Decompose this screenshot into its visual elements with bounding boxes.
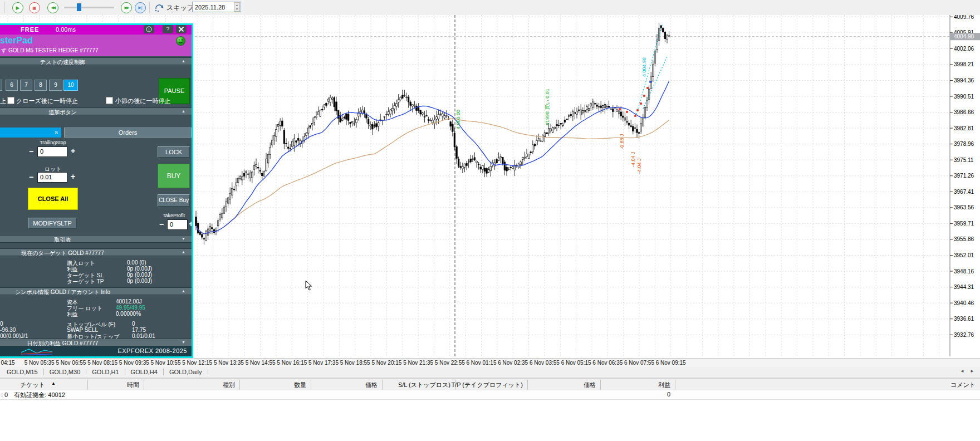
rewind-button[interactable]: ◀◀ bbox=[47, 2, 58, 13]
time-axis-label: 5 Nov 12:15 bbox=[182, 360, 212, 366]
time-axis-label: 5 Nov 20:15 bbox=[371, 360, 401, 366]
speed-button-7[interactable]: 7 bbox=[20, 80, 32, 91]
skip-to-end-button[interactable]: ▶| bbox=[135, 2, 146, 13]
section-header-speed[interactable]: テストの速度制御▲ bbox=[0, 57, 192, 65]
skip-to-end-icon: ▶| bbox=[138, 6, 142, 10]
info-value: 0.00 (0) bbox=[127, 259, 146, 266]
date-spinner[interactable]: ▲▼ bbox=[234, 2, 240, 12]
speed-button-6[interactable]: 6 bbox=[6, 80, 18, 91]
info-value: 0p (0.00J) bbox=[127, 278, 152, 284]
lot-input[interactable]: 0.01 bbox=[37, 172, 67, 183]
time-axis-label: 6 Nov 03:55 bbox=[530, 360, 560, 366]
stop-button[interactable]: ▣ bbox=[29, 2, 40, 13]
chart-tab-goldm30[interactable]: GOLD,M30 bbox=[44, 369, 87, 375]
section-title: 追加ボタン bbox=[0, 109, 125, 116]
modify-sltp-button[interactable]: MODIFYSLTP bbox=[28, 218, 77, 229]
play-button[interactable]: ▶ bbox=[12, 2, 23, 13]
toolbar-divider bbox=[149, 2, 150, 13]
speed-slider-thumb[interactable] bbox=[77, 3, 81, 11]
svg-text:i: i bbox=[149, 27, 150, 31]
speed-button-9[interactable]: 9 bbox=[49, 80, 62, 91]
time-axis-label: 5 Nov 05:35 bbox=[24, 360, 55, 366]
time-axis[interactable]: 04:155 Nov 05:355 Nov 06:555 Nov 08:155 … bbox=[0, 358, 980, 367]
tab-positions[interactable]: s bbox=[0, 128, 61, 138]
pause-after-bar-checkbox[interactable] bbox=[106, 97, 113, 104]
section-header-trade-table[interactable]: 取引表▼ bbox=[0, 235, 192, 243]
time-axis-label: 5 Nov 18:55 bbox=[340, 360, 370, 366]
brand-name: sterPad bbox=[0, 36, 33, 46]
mouse-cursor bbox=[305, 280, 313, 293]
speed-button-8[interactable]: 8 bbox=[35, 80, 47, 91]
lot-minus-button[interactable]: − bbox=[29, 173, 33, 182]
column-header[interactable]: コメント bbox=[0, 381, 976, 389]
trailing-minus-button[interactable]: − bbox=[29, 147, 33, 156]
time-axis-label: 6 Nov 05:15 bbox=[561, 360, 591, 366]
info-value: 0 bbox=[132, 321, 135, 327]
time-axis-label: 04:15 bbox=[1, 360, 14, 366]
svg-text:3978.96: 3978.96 bbox=[954, 141, 974, 147]
speed-button-10-active[interactable]: 10 bbox=[63, 80, 78, 91]
info-icon: i bbox=[146, 26, 152, 32]
smiley-icon[interactable] bbox=[176, 36, 185, 46]
spin-up-icon: ▲ bbox=[236, 3, 238, 7]
info-value: 40012.00J bbox=[116, 298, 142, 305]
help-button[interactable]: ? bbox=[163, 25, 173, 33]
close-buy-button[interactable]: CLOSE Buy bbox=[158, 194, 190, 207]
info-button[interactable]: i bbox=[144, 25, 154, 33]
speed-button-cut[interactable] bbox=[0, 80, 2, 91]
help-icon: ? bbox=[166, 26, 170, 32]
section-header-extra-buttons[interactable]: 追加ボタン▲ bbox=[0, 107, 192, 115]
section-header-symbol-info[interactable]: シンボル情報 GOLD / アカウント Info▲ bbox=[0, 287, 192, 295]
skip-label: スキップ bbox=[166, 3, 194, 13]
pause-after-close-label: クローズ後に一時停止 bbox=[16, 97, 78, 105]
toolbar-divider bbox=[4, 2, 5, 13]
fast-forward-button[interactable]: ▶▶ bbox=[121, 2, 132, 13]
panel-license-bar: FREE 0.00ms i ? bbox=[0, 25, 192, 35]
footer-brand: EXPFOREX 2008-2025 bbox=[117, 347, 187, 354]
section-title: テストの速度制御 bbox=[0, 58, 125, 66]
chart-tab-golddaily[interactable]: GOLD,Daily bbox=[164, 369, 208, 375]
section-title: シンボル情報 GOLD / アカウント Info bbox=[0, 288, 125, 296]
time-axis-label: 5 Nov 13:35 bbox=[214, 360, 244, 366]
time-axis-label: 6 Nov 01:15 bbox=[467, 360, 497, 366]
close-all-button[interactable]: CLOSE All bbox=[28, 188, 78, 210]
cut-off-value: -96.30 bbox=[0, 327, 16, 333]
pause-after-close-checkbox[interactable] bbox=[7, 97, 14, 104]
svg-text:3952.01: 3952.01 bbox=[954, 252, 974, 258]
cut-off-value: 0 bbox=[0, 321, 3, 327]
info-value: 17.75 bbox=[132, 327, 146, 333]
svg-text:3955.86: 3955.86 bbox=[954, 236, 974, 242]
trading-terminal-window: ▶ ▣ ◀◀ ▶▶ ▶| スキップ 2025.11.28 00:00 ▲▼ 4 … bbox=[0, 0, 980, 441]
tp-plus-button[interactable]: + bbox=[189, 219, 193, 228]
speed-slider-track[interactable] bbox=[64, 7, 114, 8]
time-axis-label: 6 Nov 09:15 bbox=[656, 360, 686, 366]
collapse-arrow-icon: ▼ bbox=[182, 237, 185, 241]
info-value: 0.00000% bbox=[116, 311, 141, 317]
svg-text:-4.04 J: -4.04 J bbox=[636, 158, 642, 174]
tp-minus-button[interactable]: − bbox=[159, 220, 164, 229]
chart-tab-goldm15[interactable]: GOLD,M15 bbox=[1, 369, 44, 375]
settings-button[interactable] bbox=[176, 25, 187, 33]
skip-icon[interactable] bbox=[154, 2, 165, 14]
trailing-stop-input[interactable]: 0 bbox=[37, 146, 67, 157]
svg-text:3982.81: 3982.81 bbox=[954, 125, 974, 131]
take-profit-input[interactable]: 0 bbox=[167, 219, 188, 230]
time-axis-label: 6 Nov 02:35 bbox=[498, 360, 528, 366]
latency-label: 0.00ms bbox=[56, 26, 76, 33]
section-header-daily-profit[interactable]: 日付別の利益 GOLD #77777▼ bbox=[0, 339, 192, 346]
buy-button[interactable]: BUY bbox=[158, 164, 190, 188]
lot-plus-button[interactable]: + bbox=[71, 172, 75, 181]
tab-orders[interactable]: Orders bbox=[64, 128, 192, 138]
trailing-plus-button[interactable]: + bbox=[71, 146, 75, 155]
time-axis-label: 6 Nov 06:35 bbox=[592, 360, 623, 366]
time-axis-label: 5 Nov 06:55 bbox=[56, 360, 86, 366]
chart-tab-goldh1[interactable]: GOLD,H1 bbox=[86, 369, 125, 375]
svg-text:3998.21: 3998.21 bbox=[954, 61, 974, 67]
section-header-current-target[interactable]: 現在のターゲット GOLD #77777▲ bbox=[0, 248, 192, 256]
section-title: 現在のターゲット GOLD #77777 bbox=[0, 249, 125, 257]
tab-scroll-arrows[interactable]: ◄ ► bbox=[960, 369, 977, 374]
lock-button[interactable]: LOCK bbox=[158, 146, 190, 158]
chart-tab-goldh4[interactable]: GOLD,H4 bbox=[125, 369, 164, 375]
status-bar: : 0 有効証拠金: 40012 0 bbox=[0, 390, 980, 400]
collapse-arrow-icon: ▲ bbox=[182, 109, 185, 113]
